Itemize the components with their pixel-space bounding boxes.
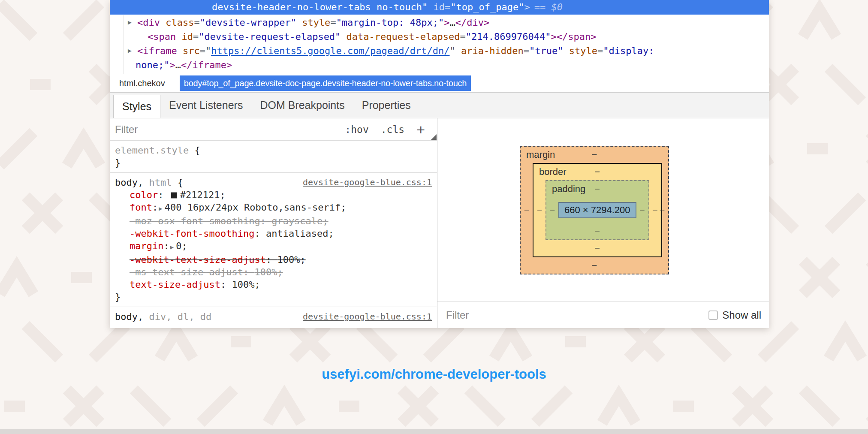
css-semicolon: ; [254, 279, 260, 290]
code-token: ></span> [551, 31, 596, 42]
css-property-name[interactable]: -moz-osx-font-smoothing [130, 216, 260, 226]
code-token: id [176, 31, 193, 42]
class-toggle-button[interactable]: .cls [381, 124, 404, 135]
styles-filter-input[interactable] [110, 124, 345, 136]
css-property-value[interactable]: 400 16px/24px Roboto,sans-serif [165, 202, 341, 213]
css-property[interactable]: margin:▶0; [115, 240, 432, 253]
code-token: … [175, 60, 181, 70]
tab-styles[interactable]: Styles [113, 95, 160, 118]
css-property[interactable]: -moz-osx-font-smoothing: grayscale; [115, 215, 432, 227]
padding-top-value[interactable]: − [594, 184, 600, 195]
css-semicolon: ; [220, 190, 225, 200]
css-property-name[interactable]: margin [130, 241, 163, 251]
css-colon: : [220, 279, 232, 290]
new-style-rule-button[interactable]: + [416, 125, 425, 134]
dom-tree-node[interactable]: ▶<iframe src="https://clients5.google.co… [110, 44, 769, 58]
computed-filter-input[interactable] [437, 309, 708, 321]
border-bottom-value[interactable]: − [594, 243, 600, 254]
code-token: "dialog" [444, 74, 489, 74]
padding-left-value[interactable]: − [546, 197, 558, 223]
css-selector-line[interactable]: body, html {devsite-google-blue.css:1 [115, 176, 432, 189]
show-all-checkbox[interactable] [708, 310, 718, 320]
code-token: class [160, 74, 194, 74]
css-property[interactable]: color: #212121; [115, 189, 432, 201]
stylesheet-link[interactable]: devsite-google-blue.css:1 [303, 176, 432, 189]
code-token: none;" [136, 60, 169, 70]
css-colon: : [260, 216, 272, 226]
expand-arrow-icon[interactable]: ▶ [128, 44, 132, 58]
css-property-value[interactable]: 100% [232, 279, 254, 290]
box-model-content[interactable]: 660 × 7294.200 [558, 202, 636, 218]
css-property-name[interactable]: text-size-adjust [130, 279, 220, 290]
dom-tree: ▶<div class="devsite-wrapper" style="mar… [110, 15, 769, 74]
margin-top-value[interactable]: − [592, 149, 597, 160]
expand-value-arrow-icon[interactable]: ▶ [170, 244, 174, 250]
dom-tree-node[interactable]: ▶<div class="devsite-notification devsit… [110, 72, 769, 74]
css-property[interactable]: text-size-adjust: 100%; [115, 278, 432, 291]
code-token: == $0 [534, 2, 563, 12]
css-colon: : [163, 241, 169, 251]
css-property[interactable]: -webkit-font-smoothing: antialiased; [115, 227, 432, 240]
css-colon: : [152, 202, 158, 213]
css-selector-line[interactable]: element.style { [115, 144, 432, 157]
css-property-name[interactable]: -webkit-text-size-adjust [130, 254, 266, 265]
css-selector[interactable]: element.style [115, 145, 189, 156]
css-property-value[interactable]: 100% [277, 254, 300, 265]
pseudo-class-button[interactable]: :hov [345, 124, 368, 135]
stylesheet-link[interactable]: devsite-google-blue.css:1 [303, 310, 432, 323]
expand-arrow-icon[interactable]: ▶ [128, 72, 132, 74]
color-swatch[interactable] [171, 192, 177, 199]
box-model-padding[interactable]: padding − − 660 × 7294.200 [546, 180, 649, 240]
breadcrumb-item-0[interactable]: html.chekov [115, 75, 169, 91]
box-model-margin[interactable]: margin − − border − − [520, 146, 669, 274]
rule-open-brace: { [189, 145, 200, 156]
css-selector[interactable]: div, dl, dd [143, 311, 211, 322]
caption-link[interactable]: usefyi.com/chrome-developer-tools [0, 367, 868, 382]
css-property-value[interactable]: 100% [254, 267, 277, 277]
margin-left-value[interactable]: − [521, 163, 533, 257]
code-token: devsite-header-no-lower-tabs no-touch" [212, 2, 428, 12]
css-selector[interactable]: body, [115, 311, 143, 322]
tab-dom-breakpoints[interactable]: DOM Breakpoints [251, 93, 353, 118]
corner-resizer-icon[interactable] [431, 134, 437, 140]
code-token: <div [137, 17, 160, 28]
css-property-name[interactable]: -ms-text-size-adjust [130, 267, 243, 277]
padding-right-value[interactable]: − [636, 197, 648, 223]
dom-tree-node[interactable]: <span id="devsite-request-elapsed" data-… [110, 30, 769, 44]
css-selector[interactable]: html [143, 177, 172, 188]
dom-tree-node[interactable]: none;">…</iframe> [110, 58, 769, 72]
border-left-value[interactable]: − [533, 180, 546, 240]
tab-properties[interactable]: Properties [353, 93, 419, 118]
css-property[interactable]: -webkit-text-size-adjust: 100%; [115, 253, 432, 266]
border-top-value[interactable]: − [594, 166, 600, 178]
css-property-name[interactable]: -webkit-font-smoothing [130, 228, 254, 239]
margin-label: margin [526, 149, 555, 160]
styles-pane: :hov.cls+ element.style {}body, html {de… [110, 118, 437, 328]
css-property-name[interactable]: font [130, 202, 152, 213]
code-token: = [330, 17, 336, 28]
code-token: style [296, 17, 330, 28]
margin-bottom-value[interactable]: − [592, 260, 597, 271]
tab-event-listeners[interactable]: Event Listeners [160, 93, 251, 118]
dom-selected-node[interactable]: devsite-header-no-lower-tabs no-touch" i… [110, 0, 769, 15]
css-property[interactable]: -ms-text-size-adjust: 100%; [115, 266, 432, 278]
code-token: … [450, 17, 455, 28]
box-model-border[interactable]: border − − padding − [533, 163, 662, 257]
padding-bottom-value[interactable]: − [594, 226, 600, 237]
css-selector-line[interactable]: body, div, dl, dddevsite-google-blue.css… [115, 310, 432, 323]
expand-arrow-icon[interactable]: ▶ [128, 15, 132, 30]
css-property-value[interactable]: #212121 [180, 190, 220, 200]
elements-panel: devsite-header-no-lower-tabs no-touch" i… [110, 0, 769, 74]
breadcrumb-item-1[interactable]: body#top_of_page.devsite-doc-page.devsit… [180, 75, 471, 91]
code-token: > [169, 60, 175, 70]
css-property-value[interactable]: grayscale [271, 216, 322, 226]
css-property-value[interactable]: antialiased [266, 228, 329, 239]
css-property-value[interactable]: 0 [176, 241, 181, 251]
expand-value-arrow-icon[interactable]: ▶ [159, 205, 162, 212]
css-property[interactable]: font:▶400 16px/24px Roboto,sans-serif; [115, 201, 432, 215]
computed-filter-row: Show all [437, 301, 769, 328]
dom-tree-node[interactable]: ▶<div class="devsite-wrapper" style="mar… [110, 15, 769, 30]
css-selector[interactable]: body, [115, 177, 143, 188]
show-all-control: Show all [708, 309, 769, 321]
css-property-name[interactable]: color [130, 190, 158, 200]
